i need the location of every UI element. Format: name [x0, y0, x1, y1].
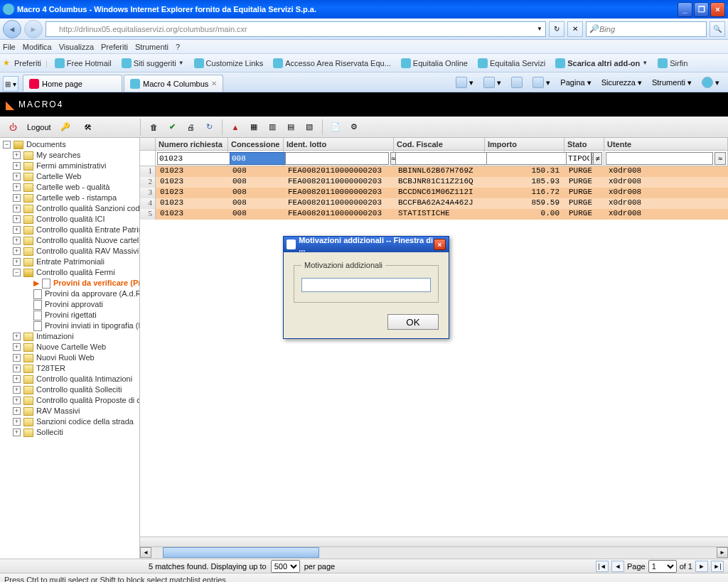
home-button[interactable]: ▾: [453, 77, 476, 88]
search-input[interactable]: [599, 25, 703, 33]
mail-button[interactable]: [508, 77, 525, 88]
col-codfiscale[interactable]: Cod. Fiscale: [394, 138, 485, 150]
menu-preferiti[interactable]: Preferiti: [101, 43, 128, 51]
table-row[interactable]: 301023008FEA00820110000000203BCCDNC61M06…: [140, 188, 728, 198]
menu-file[interactable]: File: [3, 43, 16, 51]
filter-stato[interactable]: [566, 152, 592, 165]
fav-scarica-addon[interactable]: Scarica altri add-on▼: [552, 58, 651, 68]
url-bar[interactable]: ▼: [46, 21, 546, 37]
col-concessione[interactable]: Concessione: [228, 138, 284, 150]
last-page-button[interactable]: ►|: [711, 561, 724, 572]
filter-utente[interactable]: [606, 152, 713, 165]
expand-icon[interactable]: +: [13, 183, 21, 191]
print-doc-button[interactable]: 🖨: [182, 119, 199, 136]
expand-icon[interactable]: +: [13, 365, 21, 372]
view3-button[interactable]: ▤: [282, 119, 299, 136]
tree-item[interactable]: Solleciti: [36, 427, 63, 438]
col-lotto[interactable]: Ident. lotto: [284, 138, 394, 150]
forward-button[interactable]: ►: [24, 20, 43, 38]
tree-root[interactable]: Documents: [26, 139, 66, 150]
tree-item[interactable]: Controllo qualità ICI: [36, 214, 105, 225]
tree-item[interactable]: My searches: [36, 150, 80, 161]
tree-item[interactable]: Provini rigettati: [45, 310, 97, 320]
expand-icon[interactable]: +: [13, 397, 21, 404]
tree-item[interactable]: Cartelle Web: [36, 171, 81, 182]
tab-home[interactable]: Home page: [23, 75, 122, 92]
fav-free-hotmail[interactable]: Free Hotmail: [52, 58, 114, 68]
feeds-button[interactable]: ▾: [481, 77, 504, 88]
tree-item[interactable]: Provini approvati: [45, 299, 103, 310]
expand-icon[interactable]: +: [13, 386, 21, 394]
settings-button[interactable]: ⚙: [346, 119, 363, 136]
col-stato[interactable]: Stato: [564, 138, 604, 150]
tree-item[interactable]: Controllo qualità Solleciti: [36, 384, 122, 395]
tree-item[interactable]: Provini inviati in tipografia (P: [45, 320, 140, 331]
fav-accesso-area[interactable]: Accesso Area Riservata Equ...: [270, 58, 394, 68]
tree-item[interactable]: Sanzioni codice della strada: [36, 416, 134, 427]
table-row[interactable]: 201023008FEA00820110000000203BCBJNR81C11…: [140, 177, 728, 188]
tab-close-icon[interactable]: ✕: [211, 80, 217, 87]
fav-siti-suggeriti[interactable]: Siti suggeriti▼: [119, 58, 187, 68]
tree-item[interactable]: Provini da approvare (A.d.R.): [45, 289, 140, 299]
filter-op-icon[interactable]: ≠: [593, 152, 602, 165]
page-menu[interactable]: Pagina ▾: [557, 78, 594, 87]
expand-icon[interactable]: +: [13, 333, 21, 340]
expand-icon[interactable]: +: [13, 258, 21, 266]
page-size-select[interactable]: 500: [271, 560, 300, 573]
search-go-button[interactable]: 🔍: [710, 21, 725, 37]
tree-item[interactable]: Controllo qualità Fermi: [36, 267, 115, 278]
motivazioni-input[interactable]: [301, 278, 431, 292]
collapse-icon[interactable]: −: [13, 269, 21, 276]
tree-item[interactable]: Cartelle web - ristampa: [36, 193, 117, 203]
tab-macro4[interactable]: Macro 4 Columbus✕: [124, 75, 223, 92]
fav-sirfin[interactable]: Sirfin: [655, 58, 690, 68]
tree-item[interactable]: Intimazioni: [36, 331, 74, 342]
view4-button[interactable]: ▧: [301, 119, 318, 136]
tree-item[interactable]: Controllo qualità Proposte di cor: [36, 395, 140, 406]
view2-button[interactable]: ▥: [264, 119, 281, 136]
first-page-button[interactable]: |◄: [596, 561, 609, 572]
close-button[interactable]: ×: [710, 2, 725, 17]
menu-modifica[interactable]: Modifica: [23, 43, 52, 51]
expand-icon[interactable]: +: [13, 215, 21, 223]
help-button[interactable]: ▾: [699, 77, 722, 88]
expand-icon[interactable]: +: [13, 375, 21, 383]
expand-icon[interactable]: +: [13, 237, 21, 244]
filter-lotto[interactable]: [285, 152, 389, 165]
print-button[interactable]: ▾: [530, 77, 553, 88]
table-row[interactable]: 101023008FEA00820110000000203BBINNL62B67…: [140, 166, 728, 177]
fav-equitalia-servizi[interactable]: Equitalia Servizi: [475, 58, 548, 68]
expand-icon[interactable]: +: [13, 354, 21, 362]
tree-item[interactable]: Controllo qualità RAV Massivi: [36, 246, 139, 257]
expand-icon[interactable]: +: [13, 407, 21, 415]
tree-item-selected[interactable]: Provini da verificare (Pro: [53, 278, 140, 289]
menu-visualizza[interactable]: Visualizza: [59, 43, 94, 51]
favorites-tab-button[interactable]: ⊞ ▾: [3, 76, 18, 92]
table-row[interactable]: 501023008FEA00820110000000203STATISTICHE…: [140, 209, 728, 220]
fav-equitalia-online[interactable]: Equitalia Online: [398, 58, 471, 68]
tree-item[interactable]: Fermi amministrativi: [36, 161, 106, 171]
filter-codfiscale[interactable]: [395, 152, 499, 165]
stop-button[interactable]: ✕: [567, 21, 583, 37]
url-input[interactable]: [59, 25, 537, 33]
expand-icon[interactable]: +: [13, 343, 21, 351]
menu-strumenti[interactable]: Strumenti: [135, 43, 168, 51]
dropdown-icon[interactable]: ▼: [537, 26, 542, 32]
refresh-button[interactable]: ↻: [549, 21, 564, 37]
expand-icon[interactable]: +: [13, 194, 21, 202]
tree-item[interactable]: Cartelle web - qualità: [36, 182, 109, 193]
dialog-close-button[interactable]: ×: [434, 239, 446, 250]
expand-icon[interactable]: +: [13, 418, 21, 426]
filter-op-icon[interactable]: ≈: [714, 152, 726, 165]
tree-item[interactable]: Nuovi Ruoli Web: [36, 352, 95, 363]
collapse-icon[interactable]: −: [3, 141, 11, 149]
key-button[interactable]: 🔑: [57, 119, 74, 136]
expand-icon[interactable]: +: [13, 226, 21, 234]
export-button[interactable]: 📄: [327, 119, 344, 136]
col-utente[interactable]: Utente: [604, 138, 728, 150]
expand-icon[interactable]: +: [13, 205, 21, 212]
back-button[interactable]: ◄: [3, 20, 21, 38]
search-box[interactable]: 🔎: [586, 21, 707, 37]
page-select[interactable]: 1: [648, 560, 677, 573]
scroll-left-icon[interactable]: ◄: [140, 547, 151, 558]
